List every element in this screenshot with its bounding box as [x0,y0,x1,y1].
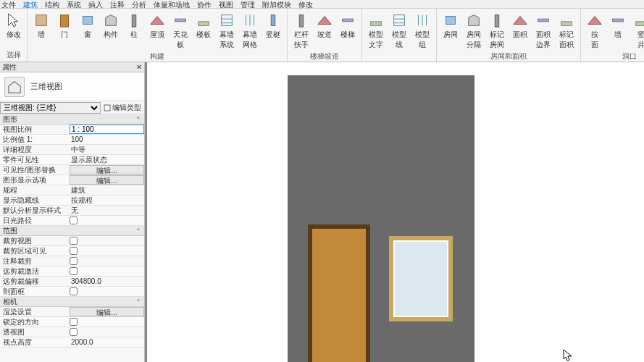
property-row: 渲染设置编辑... [0,307,144,317]
tool-icon [632,12,644,29]
property-checkbox[interactable] [70,328,78,336]
ribbon: 修改 选择 墙门窗构件柱屋顶天花板楼板幕墙系统幕墙网格竖梃 构建 栏杆扶手坡道楼… [0,9,644,62]
ribbon-button[interactable]: 标记面积 [556,10,577,51]
ribbon-button[interactable]: 模型文字 [365,10,387,51]
property-row: 显示隐藏线按规程 [0,195,144,206]
property-edit-button[interactable]: 编辑... [70,307,144,316]
property-checkbox[interactable] [70,216,78,224]
svg-rect-16 [394,15,405,26]
property-row: 裁剪区域可见 [0,246,144,256]
tool-icon [586,12,603,29]
ribbon-button[interactable]: 柱 [123,10,145,41]
ribbon-button[interactable]: 标记房间 [486,10,508,51]
ribbon-button[interactable]: 楼梯 [337,10,359,41]
property-row: 日光路径 [0,216,144,226]
property-row: 远剪裁激活 [0,266,144,277]
tool-icon [293,12,310,29]
property-section-header[interactable]: 范围⌃ [0,226,144,236]
property-row: 锁定的方向 [0,317,144,327]
tool-icon [79,12,96,29]
viewport[interactable] [145,62,644,362]
tool-icon [149,12,166,29]
svg-rect-12 [271,15,275,26]
ribbon-button[interactable]: 栏杆扶手 [290,10,312,51]
property-edit-button[interactable]: 编辑... [70,175,144,185]
properties-header: 属性 ✕ [0,62,144,72]
property-row: 默认分析显示样式无 [0,206,144,216]
property-section-header[interactable]: 图形⌃ [0,114,144,125]
ribbon-button[interactable]: 楼板 [193,10,214,41]
tool-icon [511,12,529,29]
instance-selector[interactable]: 三维视图: {三维} [0,102,101,114]
property-row: 剖面框 [0,287,144,297]
property-checkbox[interactable] [70,318,78,326]
ribbon-button[interactable]: 幕墙系统 [216,10,238,51]
window-element[interactable] [389,236,453,321]
property-row: 视图比例 [0,125,144,135]
property-row: 远剪裁偏移304800.0 [0,277,144,287]
close-icon[interactable]: ✕ [136,63,142,71]
ribbon-button[interactable]: 模型组 [411,10,433,51]
ribbon-button[interactable]: 房间 [440,10,461,41]
property-row: 比例值 1:100 [0,135,144,145]
ribbon-button[interactable]: 窗 [77,10,99,41]
tool-icon [172,12,189,29]
property-row: 零件可见性显示原状态 [0,155,144,165]
edit-type-button[interactable]: 编辑类型 [101,103,144,113]
property-input[interactable] [70,125,144,134]
ribbon-button[interactable]: 竖井 [630,10,644,51]
property-row: 规程建筑 [0,185,144,195]
ribbon-button[interactable]: 模型线 [388,10,410,51]
tool-icon [535,12,552,29]
svg-rect-5 [198,22,209,26]
svg-rect-0 [36,15,47,26]
svg-rect-27 [636,22,644,26]
tool-icon [316,12,333,29]
house-icon [4,77,25,97]
tool-icon [442,12,459,29]
property-checkbox[interactable] [70,237,78,245]
model-group: 模型文字模型线模型组 [362,9,437,62]
properties-panel: 属性 ✕ 三维视图 三维视图: {三维} 编辑类型 图形⌃视图比例比例值 1:1… [0,62,145,362]
ribbon-button[interactable]: 幕墙网格 [239,10,261,51]
tool-icon [218,12,235,29]
property-checkbox[interactable] [70,287,78,295]
view-type-label: 三维视图 [30,81,62,92]
opening-group: 按面墙竖井老虎窗 洞口 [581,9,644,62]
ribbon-button[interactable]: 房间分隔 [463,10,485,51]
property-checkbox[interactable] [70,257,78,265]
property-checkbox[interactable] [70,267,78,275]
modify-button[interactable]: 修改 [3,10,25,41]
property-section-header[interactable]: 相机⌃ [0,297,144,307]
property-edit-button[interactable]: 编辑... [70,165,144,174]
ribbon-button[interactable]: 坡道 [314,10,335,41]
ribbon-button[interactable]: 墙 [30,10,52,41]
door-element[interactable] [308,224,370,362]
svg-rect-3 [132,15,136,27]
wall-element[interactable] [288,75,474,362]
svg-rect-26 [613,19,624,22]
ribbon-button[interactable]: 面积 [509,10,531,41]
ribbon-button[interactable]: 构件 [100,10,122,41]
tool-icon [609,12,627,29]
property-row: 图形显示选项编辑... [0,175,144,185]
ribbon-button[interactable]: 墙 [607,10,629,41]
ribbon-button[interactable]: 面积边界 [532,10,554,51]
tool-icon [264,12,282,29]
tool-icon [56,12,73,29]
ribbon-button[interactable]: 按面 [584,10,606,51]
type-selector[interactable]: 三维视图 [0,72,144,101]
tool-icon [414,12,431,29]
svg-rect-1 [61,15,69,27]
ribbon-button[interactable]: 竖梃 [262,10,284,41]
svg-rect-2 [83,17,93,25]
tool-icon [488,12,506,29]
property-checkbox[interactable] [70,247,78,255]
tool-icon [102,12,120,29]
ribbon-button[interactable]: 门 [54,10,75,41]
menubar: 文件建筑结构系统插入注释分析体量和场地协作视图管理附加模块修改 [0,0,644,9]
tool-icon [195,12,212,29]
properties-title: 属性 [2,62,17,72]
ribbon-button[interactable]: 天花板 [170,10,191,51]
ribbon-button[interactable]: 屋顶 [146,10,168,41]
